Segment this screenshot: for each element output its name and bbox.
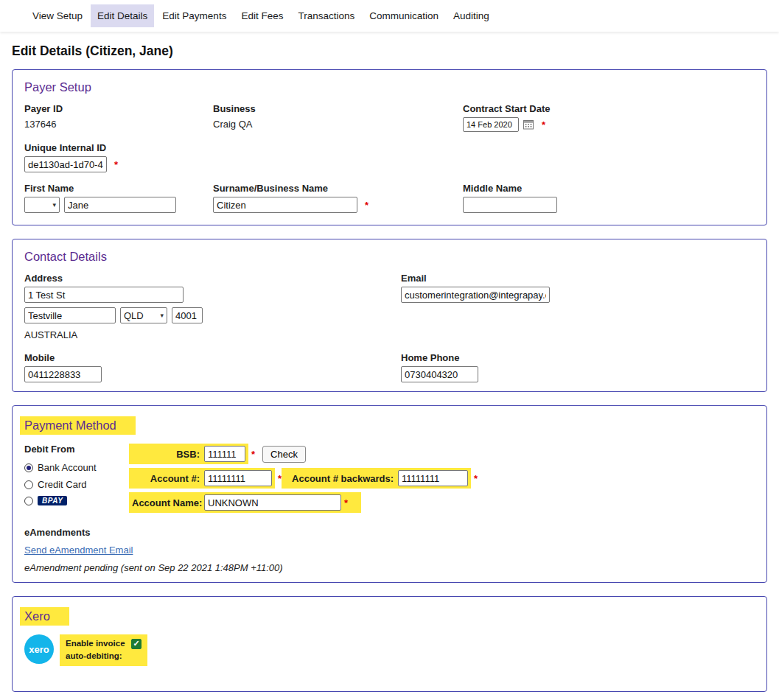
check-bsb-button[interactable]: Check [262, 446, 306, 463]
account-number-highlight: Account #: [129, 468, 275, 489]
payer-setup-section: Payer Setup Payer ID 137646 Business Cra… [12, 69, 767, 225]
account-backwards-input[interactable] [398, 470, 468, 486]
mobile-field: Mobile [24, 352, 401, 382]
payer-id-label: Payer ID [24, 103, 213, 114]
name-prefix-select[interactable]: ▾ [24, 197, 60, 213]
bpay-radio[interactable] [24, 497, 33, 505]
tab-auditing[interactable]: Auditing [447, 4, 496, 27]
main-content: Edit Details (Citizen, Jane) Payer Setup… [0, 43, 779, 700]
account-number-label: Account #: [132, 473, 200, 484]
first-name-input[interactable] [64, 197, 176, 213]
home-phone-label: Home Phone [401, 352, 755, 363]
email-field: Email [401, 273, 755, 340]
eamendment-status: eAmendment pending (sent on Sep 22 2021 … [24, 562, 755, 573]
xero-logo: xero [24, 634, 54, 664]
send-eamendment-link[interactable]: Send eAmendment Email [24, 545, 133, 556]
bank-account-radio[interactable] [24, 463, 33, 472]
xero-title: Xero [24, 607, 755, 626]
tab-transactions[interactable]: Transactions [291, 4, 361, 27]
credit-card-radio-label: Credit Card [38, 479, 86, 490]
top-tab-bar: View Setup Edit Details Edit Payments Ed… [0, 0, 779, 32]
bsb-label: BSB: [132, 449, 200, 460]
bpay-logo: BPAY [38, 496, 67, 505]
tab-edit-details[interactable]: Edit Details [91, 4, 154, 27]
payer-setup-row-2: Unique Internal ID * [24, 142, 755, 172]
payment-method-title: Payment Method [24, 416, 755, 435]
address-field: Address QLD ▾ AUSTRALIA [24, 273, 401, 340]
account-number-input[interactable] [204, 470, 272, 486]
business-label: Business [213, 103, 463, 114]
payer-setup-row-1: Payer ID 137646 Business Craig QA Contra… [24, 103, 755, 132]
payer-setup-title: Payer Setup [24, 80, 755, 94]
account-name-label: Account Name: [132, 497, 200, 508]
radio-option-credit-card[interactable]: Credit Card [24, 479, 129, 490]
account-number-row: Account #: * Account # backwards: * [129, 468, 755, 489]
account-name-row: Account Name: * [129, 492, 755, 513]
business-field: Business Craig QA [213, 103, 463, 132]
middle-name-input[interactable] [463, 197, 557, 213]
address-state-value: QLD [124, 310, 144, 321]
tab-edit-payments[interactable]: Edit Payments [156, 4, 233, 27]
required-asterisk: * [114, 159, 118, 170]
payer-id-field: Payer ID 137646 [24, 103, 213, 132]
bank-account-radio-label: Bank Account [38, 462, 97, 473]
contact-details-section: Contact Details Address QLD ▾ AUSTRALIA … [12, 239, 767, 392]
xero-auto-debit-label: Enable invoice auto-debiting: [66, 637, 125, 663]
email-input[interactable] [401, 287, 550, 303]
surname-field: Surname/Business Name * [213, 183, 463, 213]
tab-view-setup[interactable]: View Setup [26, 4, 89, 27]
tab-edit-fees[interactable]: Edit Fees [234, 4, 290, 27]
unique-internal-id-input[interactable] [24, 156, 107, 172]
required-asterisk: * [344, 497, 348, 508]
contract-start-date-label: Contract Start Date [463, 103, 755, 114]
address-city-input[interactable] [24, 307, 116, 323]
required-asterisk: * [474, 473, 478, 484]
unique-internal-id-label: Unique Internal ID [24, 142, 118, 153]
eamendments-block: eAmendments Send eAmendment Email eAmend… [24, 527, 755, 573]
chevron-down-icon: ▾ [52, 201, 56, 209]
xero-auto-debit-checkbox[interactable] [131, 639, 142, 649]
home-phone-input[interactable] [401, 366, 478, 382]
address-label: Address [24, 273, 401, 284]
payer-setup-row-3: First Name ▾ Surname/Business Name * Mid… [24, 183, 755, 213]
contract-start-date-field: Contract Start Date * [463, 103, 755, 132]
debit-from-options: Bank Account Credit Card BPAY [24, 462, 129, 505]
required-asterisk: * [251, 449, 255, 460]
credit-card-radio[interactable] [24, 480, 33, 489]
bsb-row: BSB: * Check [129, 444, 755, 464]
bank-details-column: BSB: * Check Account #: * Account # back… [129, 444, 755, 517]
account-backwards-highlight: Account # backwards: [282, 468, 471, 489]
address-postcode-input[interactable] [172, 307, 203, 323]
xero-row: xero Enable invoice auto-debiting: [24, 634, 755, 666]
bsb-input[interactable] [204, 446, 245, 462]
address-line1-input[interactable] [24, 287, 184, 303]
surname-input[interactable] [213, 197, 357, 213]
payment-method-body: Debit From Bank Account Credit Card BPAY [24, 444, 755, 517]
contact-row-2: Mobile Home Phone [24, 352, 755, 382]
contact-details-title: Contact Details [24, 250, 755, 264]
debit-from-label: Debit From [24, 444, 129, 455]
radio-option-bank-account[interactable]: Bank Account [24, 462, 129, 473]
first-name-field: First Name ▾ [24, 183, 213, 213]
middle-name-label: Middle Name [463, 183, 755, 194]
radio-option-bpay[interactable]: BPAY [24, 496, 129, 505]
required-asterisk: * [365, 200, 368, 211]
eamendments-label: eAmendments [24, 527, 755, 538]
contact-row-1: Address QLD ▾ AUSTRALIA Email [24, 273, 755, 340]
xero-section: Xero xero Enable invoice auto-debiting: [12, 596, 767, 692]
tab-communication[interactable]: Communication [363, 4, 445, 27]
calendar-icon[interactable] [523, 119, 534, 130]
first-name-label: First Name [24, 183, 213, 194]
address-state-select[interactable]: QLD ▾ [120, 307, 167, 323]
email-label: Email [401, 273, 755, 284]
required-asterisk: * [542, 119, 545, 130]
mobile-label: Mobile [24, 352, 401, 363]
contract-start-date-input[interactable] [463, 117, 519, 132]
mobile-input[interactable] [24, 366, 102, 382]
chevron-down-icon: ▾ [160, 312, 164, 319]
account-backwards-label: Account # backwards: [292, 473, 394, 484]
account-name-input[interactable] [204, 494, 341, 511]
bsb-highlight: BSB: [129, 444, 248, 464]
debit-from-column: Debit From Bank Account Credit Card BPAY [24, 444, 129, 517]
payer-id-value: 137646 [24, 119, 56, 130]
